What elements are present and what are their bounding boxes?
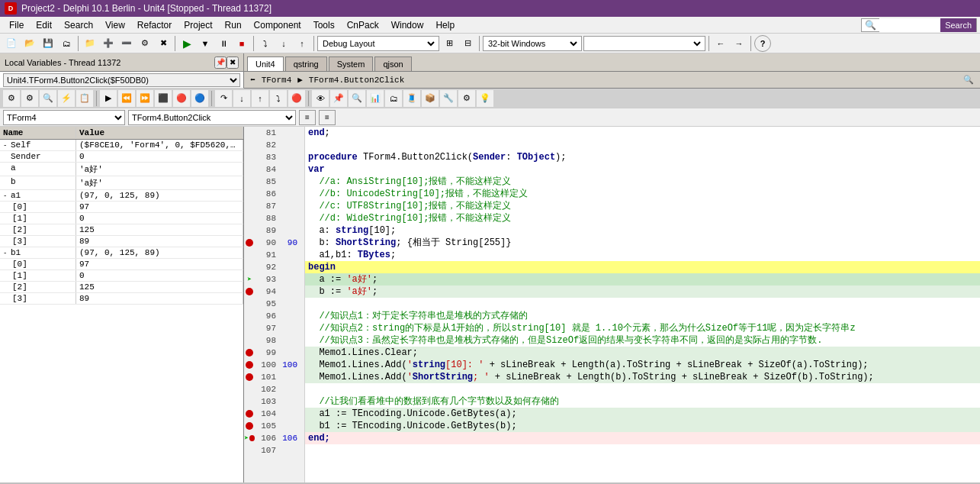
lv-close-btn[interactable]: ✖ xyxy=(227,56,239,69)
expand-icon[interactable]: - xyxy=(3,192,11,200)
menu-component[interactable]: Component xyxy=(248,18,307,32)
forward-btn[interactable]: → xyxy=(731,35,747,52)
breakpoint-area[interactable] xyxy=(244,395,255,408)
open-btn[interactable]: 📂 xyxy=(21,35,38,52)
new-btn[interactable]: 📄 xyxy=(3,35,20,52)
dbg-watch8[interactable]: 🔧 xyxy=(440,90,457,107)
class-select[interactable]: TForm4 xyxy=(3,110,125,125)
dbg-btn4[interactable]: ⚡ xyxy=(58,90,75,107)
lv-pin-btn[interactable]: 📌 xyxy=(214,56,227,69)
code-line[interactable] xyxy=(305,383,980,395)
lv-row[interactable]: -a1(97, 0, 125, 89) xyxy=(0,190,243,202)
code-line[interactable]: //b: UnicodeString[10];报错，不能这样定义 xyxy=(305,188,980,200)
menu-file[interactable]: File xyxy=(3,18,30,32)
breakpoint-area[interactable] xyxy=(244,127,255,139)
code-line[interactable]: a := 'a好'; xyxy=(305,273,980,286)
lv-row[interactable]: [3]89 xyxy=(0,293,243,305)
run-btn[interactable]: ▶ xyxy=(178,35,195,52)
breakpoint-area[interactable] xyxy=(244,371,255,383)
dbg-btn9[interactable]: ⬛ xyxy=(155,90,172,107)
breakpoint-area[interactable] xyxy=(244,298,255,310)
pause-btn[interactable]: ⏸ xyxy=(215,35,232,52)
remove-btn[interactable]: ➖ xyxy=(118,35,135,52)
dbg-watch7[interactable]: 📦 xyxy=(422,90,439,107)
run-dropdown-btn[interactable]: ▼ xyxy=(197,35,214,52)
menu-view[interactable]: View xyxy=(99,18,131,32)
nav-left-btn[interactable]: ≡ xyxy=(299,110,316,125)
dbg-watch3[interactable]: 🔍 xyxy=(349,90,365,107)
code-line[interactable]: a: string[10]; xyxy=(305,224,980,237)
lv-row[interactable]: [1]0 xyxy=(0,270,243,282)
save-btn[interactable]: 💾 xyxy=(40,35,56,52)
menu-window[interactable]: Window xyxy=(385,18,430,32)
dbg-watch6[interactable]: 🧵 xyxy=(403,90,420,107)
lv-row[interactable]: [2]125 xyxy=(0,224,243,236)
build-select[interactable]: 32-bit Windows xyxy=(485,38,580,49)
code-lines[interactable]: end;procedure TForm4.Button2Click(Sender… xyxy=(305,127,980,482)
dbg-btn1[interactable]: ⚙ xyxy=(3,90,20,107)
code-line[interactable]: //c: UTF8String[10];报错，不能这样定义 xyxy=(305,200,980,212)
build-dropdown[interactable]: 32-bit Windows xyxy=(483,36,582,51)
dbg-watch9[interactable]: ⚙ xyxy=(458,90,475,107)
code-line[interactable]: procedure TForm4.Button2Click(Sender: TO… xyxy=(305,151,980,163)
dbg-watch5[interactable]: 🗂 xyxy=(385,90,402,107)
breakpoint-area[interactable] xyxy=(244,224,255,237)
code-line[interactable]: begin xyxy=(305,261,980,273)
nav-right-btn[interactable]: ≡ xyxy=(319,110,336,125)
code-line[interactable]: Memo1.Lines.Add('ShortString; ' + sLineB… xyxy=(305,371,980,383)
back-btn[interactable]: ← xyxy=(712,35,729,52)
menu-cnpack[interactable]: CnPack xyxy=(341,18,385,32)
dbg-watch10[interactable]: 💡 xyxy=(477,90,493,107)
options-btn[interactable]: ⚙ xyxy=(137,35,153,52)
code-line[interactable]: //a: AnsiString[10];报错，不能这样定义 xyxy=(305,176,980,188)
code-line[interactable]: var xyxy=(305,163,980,176)
dbg-btn10[interactable]: 🔴 xyxy=(173,90,190,107)
breakpoint-area[interactable] xyxy=(244,237,255,249)
local-vars-scope-select[interactable]: Unit4.TForm4.Button2Click($F50DB0) xyxy=(3,73,240,87)
lv-row[interactable]: [0]97 xyxy=(0,259,243,270)
code-line[interactable]: b: ShortString; {相当于 String[255]} xyxy=(305,237,980,249)
dbg-btn3[interactable]: 🔍 xyxy=(40,90,56,107)
dbg-step-into[interactable]: ↓ xyxy=(233,90,250,107)
breakpoint-area[interactable] xyxy=(244,212,255,224)
code-line[interactable] xyxy=(305,139,980,151)
step-into-btn[interactable]: ↓ xyxy=(275,35,292,52)
breakpoint-area[interactable] xyxy=(244,420,255,432)
breakpoint-area[interactable] xyxy=(244,139,255,151)
open-project-btn[interactable]: 📁 xyxy=(82,35,98,52)
breakpoint-area[interactable] xyxy=(244,188,255,200)
lv-row[interactable]: Sender0 xyxy=(0,151,243,163)
code-line[interactable]: //知识点2：string的下标是从1开始的，所以string[10] 就是 1… xyxy=(305,322,980,334)
menu-edit[interactable]: Edit xyxy=(30,18,58,32)
menu-search[interactable]: Search xyxy=(58,18,99,32)
dbg-btn11[interactable]: 🔵 xyxy=(191,90,208,107)
menu-tools[interactable]: Tools xyxy=(307,18,341,32)
breakpoint-area[interactable] xyxy=(244,322,255,334)
code-view[interactable]: 81828384858687888990909192➤9394959697989… xyxy=(244,127,980,482)
lv-row[interactable]: b'a好' xyxy=(0,176,243,190)
dbg-btn8[interactable]: ⏩ xyxy=(137,90,153,107)
breakpoint-area[interactable] xyxy=(244,334,255,347)
breakpoint-area[interactable]: ➤ xyxy=(244,432,255,444)
breakpoint-area[interactable] xyxy=(244,261,255,273)
code-line[interactable]: Memo1.Lines.Add('string[10]: ' + sLineBr… xyxy=(305,359,980,371)
tab-system[interactable]: System xyxy=(329,56,374,71)
code-line[interactable]: a1 := TEncoding.Unicode.GetBytes(a); xyxy=(305,408,980,420)
menu-help[interactable]: Help xyxy=(429,18,461,32)
search-button-label[interactable]: Search xyxy=(940,18,976,32)
dbg-btn2[interactable]: ⚙ xyxy=(21,90,38,107)
dbg-step-over[interactable]: ↷ xyxy=(215,90,232,107)
method-select[interactable]: TForm4.Button2Click xyxy=(128,110,296,125)
lv-row[interactable]: [1]0 xyxy=(0,213,243,224)
breakpoint-area[interactable] xyxy=(244,151,255,163)
menu-run[interactable]: Run xyxy=(219,18,248,32)
code-line[interactable]: //知识点1：对于定长字符串也是堆栈的方式存储的 xyxy=(305,310,980,322)
step-out-btn[interactable]: ↑ xyxy=(294,35,310,52)
dbg-watch2[interactable]: 📌 xyxy=(330,90,347,107)
breakpoint-area[interactable] xyxy=(244,359,255,371)
dbg-watch1[interactable]: 👁 xyxy=(312,90,329,107)
breakpoint-area[interactable] xyxy=(244,249,255,261)
stop-btn[interactable]: ■ xyxy=(233,35,250,52)
expand-icon[interactable]: - xyxy=(3,250,11,257)
breakpoint-area[interactable] xyxy=(244,444,255,457)
